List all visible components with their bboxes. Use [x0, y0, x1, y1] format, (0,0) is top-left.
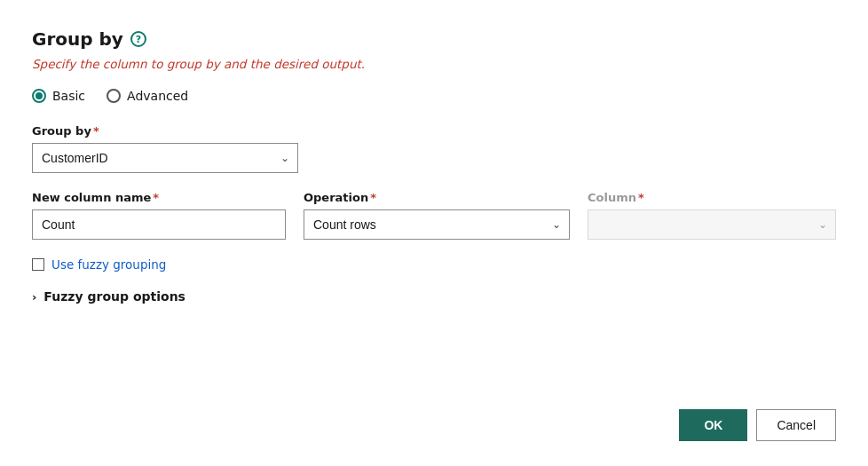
column-section: Column * ⌄: [588, 191, 836, 240]
title-row: Group by ?: [32, 28, 836, 50]
help-icon[interactable]: ?: [130, 31, 146, 47]
fuzzy-group-chevron-icon: ›: [32, 290, 36, 304]
radio-basic[interactable]: Basic: [32, 89, 85, 103]
dialog-title: Group by: [32, 28, 123, 50]
operation-section: Operation * Count rows ⌄: [304, 191, 570, 240]
group-by-select[interactable]: CustomerID: [32, 143, 298, 173]
group-by-required: *: [93, 124, 99, 138]
fuzzy-group-options-label: Fuzzy group options: [43, 289, 185, 304]
cancel-button[interactable]: Cancel: [756, 409, 836, 441]
radio-basic-label: Basic: [52, 89, 85, 103]
dialog-footer: OK Cancel: [32, 391, 836, 441]
column-label: Column *: [588, 191, 836, 204]
new-column-name-label: New column name *: [32, 191, 286, 204]
radio-advanced[interactable]: Advanced: [107, 89, 188, 103]
fuzzy-grouping-checkbox[interactable]: [32, 258, 44, 271]
operation-select-wrapper: Count rows ⌄: [304, 209, 570, 240]
radio-group: Basic Advanced: [32, 89, 836, 103]
column-select: [588, 209, 836, 240]
dialog-subtitle: Specify the column to group by and the d…: [32, 57, 836, 71]
column-required: *: [638, 191, 644, 204]
fuzzy-grouping-label[interactable]: Use fuzzy grouping: [51, 257, 166, 272]
radio-advanced-label: Advanced: [127, 89, 188, 103]
new-column-name-section: New column name *: [32, 191, 286, 240]
group-by-section: Group by * CustomerID ⌄: [32, 124, 836, 173]
fuzzy-group-options-row[interactable]: › Fuzzy group options: [32, 289, 836, 304]
operation-required: *: [370, 191, 376, 204]
radio-basic-circle[interactable]: [32, 89, 46, 103]
new-column-name-input[interactable]: [32, 209, 286, 240]
group-by-select-wrapper: CustomerID ⌄: [32, 143, 298, 173]
fuzzy-grouping-row[interactable]: Use fuzzy grouping: [32, 257, 836, 272]
radio-advanced-circle[interactable]: [107, 89, 121, 103]
ok-button[interactable]: OK: [679, 409, 747, 441]
column-select-wrapper: ⌄: [588, 209, 836, 240]
group-by-dialog: Group by ? Specify the column to group b…: [0, 0, 868, 466]
new-column-required: *: [153, 191, 159, 204]
operation-select[interactable]: Count rows: [304, 209, 570, 240]
row-fields: New column name * Operation * Count rows…: [32, 191, 836, 240]
group-by-label: Group by *: [32, 124, 836, 138]
operation-label: Operation *: [304, 191, 570, 204]
